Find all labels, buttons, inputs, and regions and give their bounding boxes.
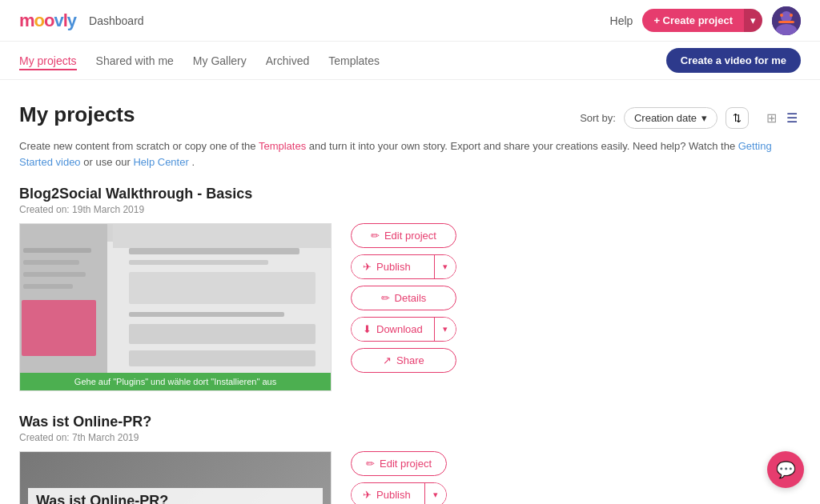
- publish-icon: ✈: [363, 261, 372, 273]
- nav-my-gallery[interactable]: My Gallery: [193, 51, 247, 70]
- download-label: Download: [376, 323, 423, 335]
- nav-dashboard[interactable]: Dashboard: [89, 14, 144, 27]
- project-date: Created on: 19th March 2019: [19, 204, 801, 215]
- sort-chevron-icon: ▾: [701, 112, 707, 124]
- svg-point-1: [781, 11, 792, 22]
- project-2-row: Was ist Online-PR? ✏ Edit project ✈ Publ…: [19, 451, 801, 504]
- sort-select[interactable]: Creation date ▾: [624, 107, 718, 129]
- project-title: Blog2Social Walkthrough - Basics: [19, 186, 801, 202]
- project-item: Blog2Social Walkthrough - Basics Created…: [19, 186, 801, 391]
- download-arrow-button[interactable]: ▾: [434, 318, 456, 341]
- top-nav: moovly Dashboard Help + Create project ▾: [0, 0, 820, 42]
- publish-2-main-button[interactable]: ✈ Publish: [352, 483, 424, 504]
- details-icon: ✏: [381, 292, 390, 304]
- list-view-button[interactable]: ☰: [783, 107, 801, 129]
- desc-text-1: Create new content from scratch or copy …: [19, 140, 259, 152]
- publish-button-group: ✈ Publish ▾: [351, 254, 456, 279]
- grid-icon: ⊞: [766, 111, 777, 125]
- create-project-group: + Create project ▾: [642, 9, 762, 32]
- share-button[interactable]: ↗ Share: [351, 348, 456, 373]
- header-area: My projects Sort by: Creation date ▾ ⇅ ⊞…: [19, 102, 801, 170]
- project-actions: ✏ Edit project ✈ Publish ▾ ✏ Details: [332, 223, 456, 373]
- thumb-screenshot-2: Was ist Online-PR?: [20, 452, 331, 504]
- publish-2-button-group: ✈ Publish ▾: [351, 482, 447, 504]
- download-button-group: ⬇ Download ▾: [351, 317, 456, 342]
- desc-text-2: and turn it into your own story. Export …: [309, 140, 738, 152]
- project-2-title: Was ist Online-PR?: [19, 414, 801, 430]
- create-project-arrow-button[interactable]: ▾: [744, 9, 762, 32]
- page-title: My projects: [19, 102, 135, 127]
- share-icon: ↗: [383, 354, 392, 366]
- grid-view-button[interactable]: ⊞: [763, 107, 780, 129]
- sort-option-label: Creation date: [634, 112, 697, 124]
- sort-label: Sort by:: [580, 112, 616, 124]
- details-button[interactable]: ✏ Details: [351, 286, 456, 310]
- project-2-actions: ✏ Edit project ✈ Publish ▾: [332, 451, 447, 504]
- nav-archived[interactable]: Archived: [266, 51, 309, 70]
- project-2-thumbnail: Was ist Online-PR?: [19, 451, 332, 504]
- edit-project-button[interactable]: ✏ Edit project: [351, 223, 456, 248]
- top-nav-right: Help + Create project ▾: [610, 6, 801, 35]
- thumb-caption: Gehe auf "Plugins" und wähle dort "Insta…: [20, 373, 331, 390]
- svg-point-3: [780, 14, 783, 17]
- logo-text: moovly: [19, 10, 76, 31]
- page-description: Create new content from scratch or copy …: [19, 138, 801, 170]
- sub-nav-links: My projects Shared with me My Gallery Ar…: [19, 51, 380, 70]
- svg-point-4: [790, 14, 793, 17]
- project-2-date: Created on: 7th March 2019: [19, 432, 801, 443]
- sort-order-button[interactable]: ⇅: [726, 107, 749, 129]
- project-item-2: Was ist Online-PR? Created on: 7th March…: [19, 414, 801, 504]
- edit-2-label: Edit project: [380, 458, 432, 470]
- help-link[interactable]: Help: [610, 14, 633, 27]
- download-main-button[interactable]: ⬇ Download: [352, 318, 434, 341]
- view-toggle: ⊞ ☰: [763, 107, 801, 129]
- sort-order-icon: ⇅: [733, 112, 742, 124]
- edit-project-2-button[interactable]: ✏ Edit project: [351, 451, 447, 476]
- desc-text-4: .: [191, 156, 195, 168]
- publish-2-label: Publish: [376, 489, 411, 501]
- project-row: Gehe auf "Plugins" und wähle dort "Insta…: [19, 223, 801, 391]
- nav-shared-with-me[interactable]: Shared with me: [96, 51, 174, 70]
- edit-label: Edit project: [384, 230, 436, 242]
- desc-text-3: or use our: [83, 156, 133, 168]
- edit-icon: ✏: [371, 230, 380, 242]
- main-content: My projects Sort by: Creation date ▾ ⇅ ⊞…: [0, 80, 820, 504]
- create-project-button[interactable]: + Create project: [642, 9, 744, 32]
- chat-bubble[interactable]: 💬: [767, 451, 804, 488]
- sub-nav: My projects Shared with me My Gallery Ar…: [0, 42, 820, 80]
- nav-templates[interactable]: Templates: [328, 51, 380, 70]
- desc-templates-link[interactable]: Templates: [259, 140, 306, 152]
- publish-main-button[interactable]: ✈ Publish: [352, 255, 434, 278]
- create-video-button[interactable]: Create a video for me: [666, 48, 801, 73]
- details-label: Details: [395, 292, 427, 304]
- publish-label: Publish: [376, 261, 411, 273]
- top-nav-left: moovly Dashboard: [19, 10, 144, 31]
- thumb-overlay-text: Was ist Online-PR?: [28, 488, 323, 504]
- publish-2-icon: ✈: [363, 489, 372, 501]
- sort-row: Sort by: Creation date ▾ ⇅ ⊞ ☰: [580, 107, 801, 129]
- avatar[interactable]: [772, 6, 801, 35]
- download-icon: ⬇: [363, 323, 372, 335]
- chat-icon: 💬: [776, 460, 796, 479]
- nav-my-projects[interactable]: My projects: [19, 51, 77, 70]
- svg-rect-5: [778, 21, 794, 23]
- list-icon: ☰: [786, 111, 798, 125]
- project-thumbnail: Gehe auf "Plugins" und wähle dort "Insta…: [19, 223, 332, 391]
- share-label: Share: [396, 354, 424, 366]
- publish-2-arrow-button[interactable]: ▾: [424, 483, 446, 504]
- edit-2-icon: ✏: [366, 458, 375, 470]
- publish-arrow-button[interactable]: ▾: [434, 255, 456, 278]
- desc-help-center-link[interactable]: Help Center: [133, 156, 188, 168]
- avatar-image: [772, 6, 801, 35]
- thumb-screenshot: [20, 224, 331, 390]
- logo: moovly: [19, 10, 76, 31]
